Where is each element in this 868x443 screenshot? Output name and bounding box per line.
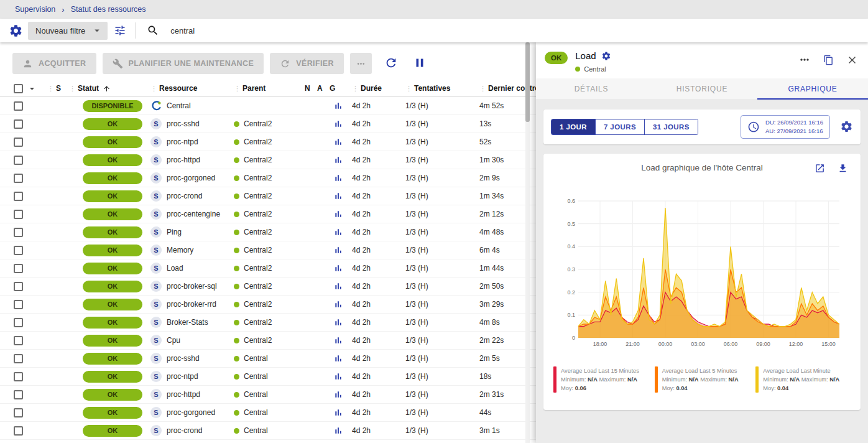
resource-cell[interactable]: Sproc-sshd (143, 118, 230, 129)
resource-cell[interactable]: Sproc-broker-rrd (143, 299, 230, 310)
column-menu-icon[interactable]: ⋮ (69, 85, 76, 93)
row-select-checkbox[interactable] (0, 119, 37, 129)
row-select-checkbox[interactable] (0, 192, 37, 201)
header-graph[interactable]: G (330, 84, 335, 93)
row-select-checkbox[interactable] (0, 390, 37, 399)
legend-item[interactable]: Average Load Last MinuteMinimum: N/A Max… (755, 366, 851, 393)
row-select-checkbox[interactable] (0, 174, 37, 183)
breadcrumb-item-supervision[interactable]: Supervision (15, 5, 55, 14)
row-select-checkbox[interactable] (0, 336, 37, 345)
column-menu-icon[interactable]: ⋮ (479, 85, 486, 93)
row-select-checkbox[interactable] (0, 354, 37, 363)
acknowledge-button[interactable]: ACQUITTER (12, 53, 96, 74)
graph-icon[interactable] (333, 299, 343, 309)
header-duration[interactable]: Durée (361, 84, 382, 93)
tab-historique[interactable]: HISTORIQUE (647, 78, 757, 100)
column-menu-icon[interactable]: ⋮ (352, 85, 359, 93)
close-panel-icon[interactable] (846, 54, 858, 66)
row-select-checkbox[interactable] (0, 228, 37, 237)
table-scrollbar[interactable] (525, 42, 530, 443)
graph-icon[interactable] (333, 335, 343, 345)
row-select-checkbox[interactable] (0, 246, 37, 255)
graph-icon[interactable] (333, 173, 343, 183)
resource-cell[interactable]: SPing (143, 226, 230, 238)
graph-icon[interactable] (333, 119, 343, 129)
resource-cell[interactable]: Sproc-gorgoned (143, 172, 230, 184)
resource-cell[interactable]: Sproc-httpd (143, 389, 230, 400)
row-select-checkbox[interactable] (0, 282, 37, 291)
time-range-1-day-button[interactable]: 1 JOUR (552, 119, 595, 134)
row-select-checkbox[interactable] (0, 408, 37, 417)
filter-select[interactable]: Nouveau filtre (28, 22, 108, 40)
parent-cell[interactable]: Central2 (230, 318, 305, 327)
parent-cell[interactable]: Central2 (230, 119, 305, 128)
parent-cell[interactable]: Central (230, 354, 305, 363)
parent-cell[interactable]: Central2 (230, 228, 305, 236)
parent-cell[interactable]: Central2 (230, 264, 305, 273)
time-range-7-days-button[interactable]: 7 JOURS (595, 119, 644, 134)
resource-cell[interactable]: Sproc-ntpd (143, 371, 230, 382)
parent-cell[interactable]: Central2 (230, 156, 305, 164)
copy-link-icon[interactable] (823, 55, 834, 65)
column-menu-icon[interactable]: ⋮ (405, 85, 412, 93)
graph-icon[interactable] (333, 209, 343, 219)
header-parent[interactable]: Parent (242, 84, 265, 93)
graph-icon[interactable] (333, 155, 343, 165)
row-select-checkbox[interactable] (0, 138, 37, 147)
resource-settings-gear-icon[interactable] (601, 51, 611, 61)
graph-icon[interactable] (333, 353, 343, 363)
resource-cell[interactable]: Sproc-httpd (143, 154, 230, 166)
resource-cell[interactable]: Sproc-sshd (143, 353, 230, 364)
resource-cell[interactable]: Sproc-crond (143, 425, 230, 436)
header-notification[interactable]: N (305, 84, 310, 93)
resource-cell[interactable]: Sproc-crond (143, 190, 230, 202)
parent-cell[interactable]: Central2 (230, 210, 305, 218)
graph-icon[interactable] (333, 245, 343, 255)
parent-cell[interactable]: Central (230, 372, 305, 381)
more-actions-button[interactable] (350, 53, 372, 74)
parent-cell[interactable]: Central (230, 426, 305, 435)
parent-cell[interactable]: Central2 (230, 336, 305, 345)
graph-icon[interactable] (333, 408, 343, 417)
row-select-checkbox[interactable] (0, 372, 37, 381)
select-all-checkbox[interactable] (14, 84, 23, 93)
column-menu-icon[interactable]: ⋮ (47, 85, 54, 93)
advanced-filters-tune-icon[interactable] (114, 24, 126, 37)
header-tries[interactable]: Tentatives (414, 84, 450, 93)
resource-cell[interactable]: SBroker-Stats (143, 317, 230, 328)
column-menu-icon[interactable]: ⋮ (234, 85, 241, 93)
download-icon[interactable] (838, 163, 848, 174)
graph-icon[interactable] (333, 227, 343, 237)
graph-icon[interactable] (333, 426, 343, 436)
header-resource[interactable]: Ressource (159, 84, 197, 93)
column-menu-icon[interactable]: ⋮ (150, 85, 157, 93)
parent-cell[interactable]: Central2 (230, 282, 305, 291)
row-select-checkbox[interactable] (0, 101, 37, 111)
parent-cell[interactable]: Central2 (230, 300, 305, 309)
filter-settings-gear-icon[interactable] (9, 24, 23, 38)
graph-icon[interactable] (333, 191, 343, 201)
graph-icon[interactable] (333, 281, 343, 291)
maintenance-button[interactable]: PLANIFIER UNE MAINTENANCE (103, 53, 264, 74)
row-select-checkbox[interactable] (0, 300, 37, 309)
panel-parent-name[interactable]: Central (584, 65, 606, 73)
resource-cell[interactable]: Sproc-broker-sql (143, 281, 230, 292)
parent-cell[interactable]: Central2 (230, 174, 305, 182)
legend-item[interactable]: Average Load Last 5 MinutesMinimum: N/A … (655, 366, 750, 393)
pause-refresh-button[interactable] (410, 54, 429, 74)
parent-cell[interactable]: Central2 (230, 138, 305, 146)
header-ack[interactable]: A (317, 84, 323, 93)
tab-graphique[interactable]: GRAPHIQUE (757, 78, 868, 100)
resource-cell[interactable]: SMemory (143, 245, 230, 256)
export-open-in-new-icon[interactable] (815, 163, 825, 174)
row-select-checkbox[interactable] (0, 264, 37, 273)
resource-cell[interactable]: Central (143, 100, 230, 111)
row-select-checkbox[interactable] (0, 210, 37, 219)
graph-icon[interactable] (333, 389, 343, 399)
refresh-button[interactable] (382, 54, 400, 74)
header-status[interactable]: Statut (78, 84, 99, 93)
row-select-checkbox[interactable] (0, 318, 37, 327)
resource-cell[interactable]: Sproc-gorgoned (143, 407, 230, 418)
header-severity[interactable]: S (56, 84, 61, 93)
date-range-picker[interactable]: DU: 26/09/2021 16:16 AU: 27/09/2021 16:1… (741, 115, 830, 139)
